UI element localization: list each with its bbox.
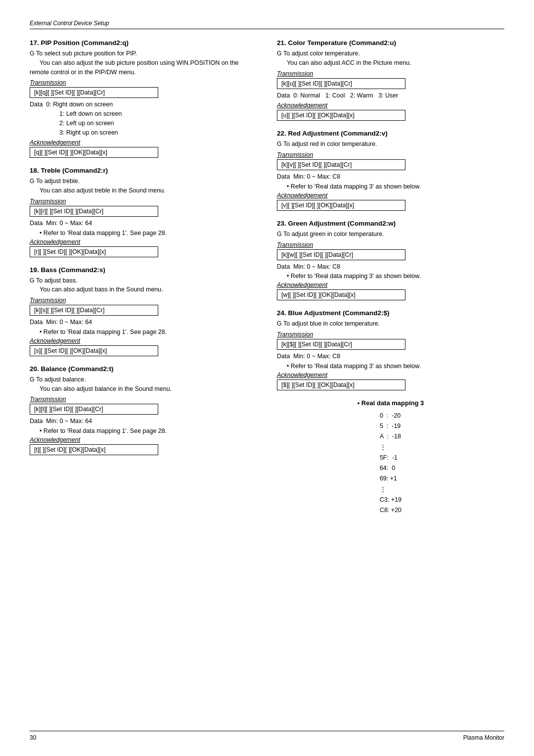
section-23-title: 23. Green Adjustment (Command2:w) — [277, 220, 504, 227]
page: External Control Device Setup 17. PIP Po… — [0, 0, 534, 756]
section-19-transmission-label: Transmission — [30, 297, 257, 304]
header: External Control Device Setup — [30, 20, 504, 29]
rdm-row-2: A : -18 — [380, 431, 401, 442]
section-19-bullet: • Refer to 'Real data mapping 1'. See pa… — [40, 329, 257, 335]
section-24-transmission-code: [k][$][ ][Set ID][ ][Data][Cr] — [277, 339, 405, 350]
section-24-ack-code: [$][ ][Set ID][ ][OK][Data][x] — [277, 379, 405, 390]
section-20: 20. Balance (Command2:t) G To adjust bal… — [30, 365, 257, 455]
section-20-transmission-code: [k][t][ ][Set ID][ ][Data][Cr] — [30, 404, 158, 415]
section-17-transmission-code: [k][q][ ][Set ID][ ][Data][Cr] — [30, 87, 158, 98]
section-23-data: Data Min: 0 ~ Max: C8 — [277, 262, 504, 272]
section-24-bullet: • Refer to 'Real data mapping 3' as show… — [287, 363, 504, 370]
section-22-ack-label: Acknowledgement — [277, 192, 504, 199]
section-17-transmission-label: Transmission — [30, 79, 257, 86]
rdm-row-dots2: ⋮ — [380, 484, 401, 495]
section-21-data: Data 0: Normal 1: Cool 2: Warm 3: User — [277, 91, 504, 100]
section-21-title: 21. Color Temperature (Command2:u) — [277, 39, 504, 47]
section-23-ack-label: Acknowledgement — [277, 282, 504, 288]
real-data-mapping: • Real data mapping 3 0 : -20 5 : -19 A … — [277, 399, 504, 516]
section-17-ack-code: [q][ ][Set ID][ ][OK][Data][x] — [30, 147, 158, 158]
section-20-desc-g: G To adjust balance. You can also adjust… — [30, 375, 257, 394]
section-19-transmission-code: [k][s][ ][Set ID][ ][Data][Cr] — [30, 305, 158, 316]
rdm-row-dots1: ⋮ — [380, 442, 401, 453]
section-21-transmission-label: Transmission — [277, 70, 504, 77]
section-17-title: 17. PIP Position (Command2:q) — [30, 39, 257, 47]
section-19-ack-label: Acknowledgement — [30, 337, 257, 344]
section-23-transmission-label: Transmission — [277, 241, 504, 248]
section-22: 22. Red Adjustment (Command2:v) G To adj… — [277, 130, 504, 211]
section-21-ack-code: [u][ ][Set ID][ ][OK][Data][x] — [277, 110, 405, 121]
section-18-desc-g: G To adjust treble. You can also adjust … — [30, 177, 257, 195]
real-data-mapping-title: • Real data mapping 3 — [277, 399, 504, 407]
left-column: 17. PIP Position (Command2:q) G To selec… — [30, 39, 257, 516]
rdm-row-6: C3: +19 — [380, 495, 401, 505]
section-24: 24. Blue Adjustment (Command2:$) G To ad… — [277, 309, 504, 390]
section-19-title: 19. Bass (Command2:s) — [30, 266, 257, 274]
section-24-data: Data Min: 0 ~ Max: C8 — [277, 352, 504, 361]
section-22-title: 22. Red Adjustment (Command2:v) — [277, 130, 504, 137]
section-17-data: Data 0: Right down on screen 1: Left dow… — [30, 100, 257, 137]
section-18: 18. Treble (Command2:r) G To adjust treb… — [30, 167, 257, 257]
section-22-desc-g: G To adjust red in color temperature. — [277, 140, 504, 149]
rdm-row-5: 69: +1 — [380, 473, 401, 484]
section-23-bullet: • Refer to 'Real data mapping 3' as show… — [287, 273, 504, 280]
footer-label: Plasma Monitor — [463, 734, 504, 741]
section-22-ack-code: [v][ ][Set ID][ ][OK][Data][x] — [277, 200, 405, 211]
section-18-transmission-code: [k][r][ ][Set ID][ ][Data][Cr] — [30, 206, 158, 217]
header-title: External Control Device Setup — [30, 20, 109, 27]
section-19-desc-g: G To adjust bass. You can also adjust ba… — [30, 276, 257, 295]
rdm-row-3: 5F: -1 — [380, 453, 401, 463]
footer-page: 30 — [30, 734, 36, 741]
section-23-desc-g: G To adjust green in color temperature. — [277, 230, 504, 239]
section-22-transmission-label: Transmission — [277, 151, 504, 158]
section-18-ack-code: [r][ ][Set ID][ ][OK][Data][x] — [30, 246, 158, 257]
section-24-transmission-label: Transmission — [277, 331, 504, 338]
section-21-transmission-code: [k][u][ ][Set ID][ ][Data][Cr] — [277, 78, 405, 89]
rdm-row-4: 64: 0 — [380, 463, 401, 473]
section-20-title: 20. Balance (Command2:t) — [30, 365, 257, 373]
section-20-bullet: • Refer to 'Real data mapping 1'. See pa… — [40, 427, 257, 434]
rdm-row-0: 0 : -20 — [380, 411, 401, 421]
footer: 30 Plasma Monitor — [30, 731, 504, 741]
section-19: 19. Bass (Command2:s) G To adjust bass. … — [30, 266, 257, 356]
section-18-data: Data Min: 0 ~ Max: 64 — [30, 219, 257, 228]
section-22-transmission-code: [k][v][ ][Set ID][ ][Data][Cr] — [277, 159, 405, 170]
section-18-ack-label: Acknowledgement — [30, 238, 257, 245]
section-21-desc-g: G To adjust color temperature. You can a… — [277, 49, 504, 68]
section-17: 17. PIP Position (Command2:q) G To selec… — [30, 39, 257, 158]
section-20-transmission-label: Transmission — [30, 396, 257, 403]
section-19-data: Data Min: 0 ~ Max: 64 — [30, 318, 257, 327]
section-19-ack-code: [s][ ][Set ID][ ][OK][Data][x] — [30, 345, 158, 356]
section-24-ack-label: Acknowledgement — [277, 372, 504, 378]
section-18-bullet: • Refer to 'Real data mapping 1'. See pa… — [40, 230, 257, 236]
rdm-row-7: C8: +20 — [380, 505, 401, 516]
section-17-ack-label: Acknowledgement — [30, 139, 257, 146]
section-21: 21. Color Temperature (Command2:u) G To … — [277, 39, 504, 121]
section-23: 23. Green Adjustment (Command2:w) G To a… — [277, 220, 504, 301]
section-18-transmission-label: Transmission — [30, 198, 257, 205]
section-22-bullet: • Refer to 'Real data mapping 3' as show… — [287, 183, 504, 190]
section-22-data: Data Min: 0 ~ Max: C8 — [277, 172, 504, 182]
section-17-desc-g: G To select sub picture position for PIP… — [30, 49, 257, 77]
main-content: 17. PIP Position (Command2:q) G To selec… — [30, 39, 504, 516]
rdm-row-1: 5 : -19 — [380, 421, 401, 431]
section-20-ack-label: Acknowledgement — [30, 436, 257, 443]
section-21-ack-label: Acknowledgement — [277, 102, 504, 109]
section-20-data: Data Min: 0 ~ Max: 64 — [30, 417, 257, 426]
section-20-ack-code: [t][ ][Set ID][ ][OK][Data][x] — [30, 444, 158, 455]
real-data-mapping-table: 0 : -20 5 : -19 A : -18 ⋮ 5F: -1 64: 0 6… — [380, 411, 401, 516]
section-24-title: 24. Blue Adjustment (Command2:$) — [277, 309, 504, 317]
section-24-desc-g: G To adjust blue in color temperature. — [277, 319, 504, 329]
section-18-title: 18. Treble (Command2:r) — [30, 167, 257, 174]
section-23-transmission-code: [k][w][ ][Set ID][ ][Data][Cr] — [277, 249, 405, 260]
section-23-ack-code: [w][ ][Set ID][ ][OK][Data][x] — [277, 289, 405, 300]
right-column: 21. Color Temperature (Command2:u) G To … — [277, 39, 504, 516]
